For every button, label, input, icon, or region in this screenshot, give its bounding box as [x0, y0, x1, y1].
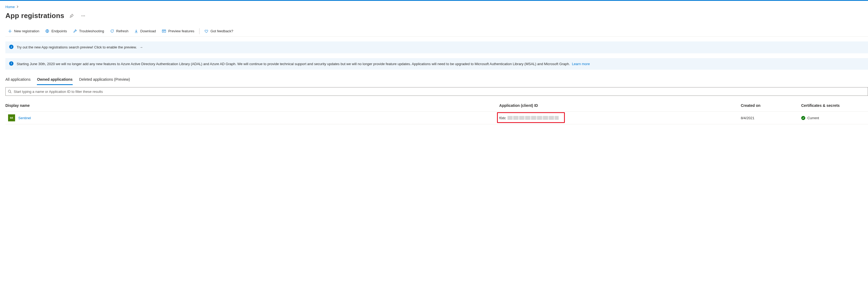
svg-point-5 [8, 90, 11, 93]
wrench-icon [73, 29, 77, 33]
col-created-on[interactable]: Created on [739, 103, 799, 112]
search-box[interactable] [5, 87, 868, 96]
svg-rect-4 [162, 30, 165, 32]
deprecation-banner: i Starting June 30th, 2020 we will no lo… [5, 58, 868, 70]
heart-icon [204, 29, 208, 33]
info-icon: i [9, 45, 13, 49]
banner-text: Starting June 30th, 2020 we will no long… [17, 61, 590, 67]
feedback-button[interactable]: Got feedback? [202, 26, 236, 36]
learn-more-link[interactable]: Learn more [572, 62, 590, 66]
globe-icon [45, 29, 49, 33]
cert-status-cell: Current [801, 116, 866, 120]
banner-text: Try out the new App registrations search… [17, 45, 143, 50]
tab-deleted-applications[interactable]: Deleted applications (Preview) [79, 76, 130, 85]
toolbar-divider [199, 28, 199, 34]
svg-point-0 [81, 15, 82, 16]
created-on-cell: 8/4/2021 [739, 112, 799, 124]
toolbar-label: Endpoints [52, 29, 67, 33]
more-button[interactable] [80, 12, 87, 20]
breadcrumb-home[interactable]: Home [5, 5, 15, 9]
toolbar: New registration Endpoints Troubleshooti… [5, 26, 868, 37]
app-initials-badge: SE [8, 114, 15, 121]
search-input[interactable] [14, 90, 866, 94]
redacted-text [507, 116, 559, 120]
client-id-prefix: f0dc [499, 116, 506, 120]
app-name-link[interactable]: Sentinel [18, 116, 31, 120]
refresh-button[interactable]: Refresh [107, 26, 131, 36]
preview-features-button[interactable]: Preview features [159, 26, 197, 36]
toolbar-label: Download [140, 29, 156, 33]
col-client-id[interactable]: Application (client) ID [497, 103, 739, 112]
troubleshooting-button[interactable]: Troubleshooting [70, 26, 107, 36]
page-title: App registrations [5, 11, 64, 20]
toolbar-label: Got feedback? [211, 29, 234, 33]
info-icon: i [9, 61, 13, 66]
new-registration-button[interactable]: New registration [5, 26, 42, 36]
cert-status-label: Current [807, 116, 819, 120]
toolbar-label: Preview features [168, 29, 194, 33]
col-display-name[interactable]: Display name [5, 103, 497, 112]
chevron-right-icon [17, 6, 19, 8]
col-certs[interactable]: Certificates & secrets [799, 103, 868, 112]
filter-icon [8, 90, 11, 93]
svg-point-2 [84, 15, 85, 16]
tab-all-applications[interactable]: All applications [5, 76, 30, 85]
preview-banner[interactable]: i Try out the new App registrations sear… [5, 41, 868, 53]
pin-icon [70, 14, 74, 18]
client-id-cell: f0dc [499, 116, 736, 120]
refresh-icon [110, 29, 114, 33]
pin-button[interactable] [68, 12, 76, 20]
svg-point-1 [83, 15, 84, 16]
breadcrumb: Home [5, 3, 868, 10]
toolbar-label: Refresh [116, 29, 129, 33]
ellipsis-icon [81, 15, 85, 16]
endpoints-button[interactable]: Endpoints [42, 26, 70, 36]
preview-icon [162, 29, 166, 33]
download-icon [134, 29, 138, 33]
tabs: All applications Owned applications Dele… [5, 76, 868, 85]
table-row[interactable]: SE Sentinel f0dc 8/4/2021 [5, 112, 868, 124]
checkmark-icon [801, 116, 805, 120]
toolbar-label: Troubleshooting [79, 29, 104, 33]
arrow-right-icon: → [140, 45, 143, 49]
tab-owned-applications[interactable]: Owned applications [37, 76, 72, 85]
download-button[interactable]: Download [132, 26, 159, 36]
applications-table: Display name Application (client) ID Cre… [5, 103, 868, 124]
plus-icon [8, 29, 12, 33]
title-row: App registrations [5, 11, 868, 20]
toolbar-label: New registration [14, 29, 39, 33]
